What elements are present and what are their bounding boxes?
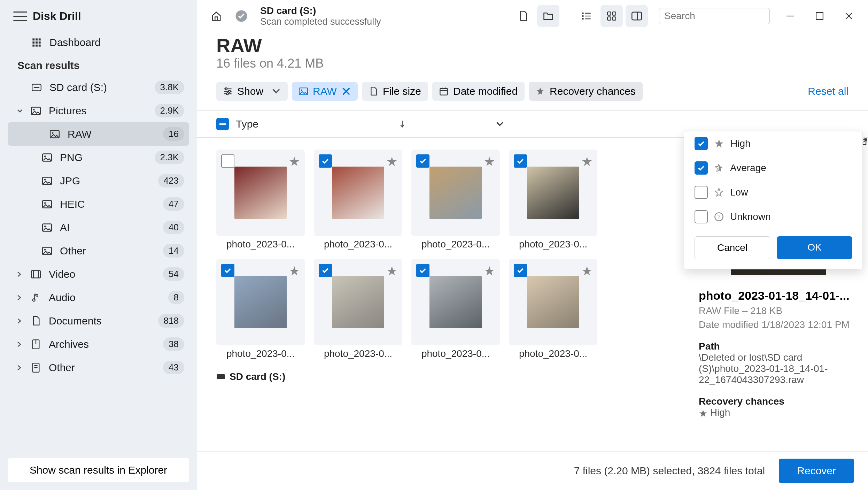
music-icon — [31, 292, 41, 303]
file-checkbox[interactable] — [416, 154, 429, 168]
close-button[interactable] — [838, 6, 860, 26]
popover-option-high[interactable]: ★ High — [684, 131, 862, 156]
file-thumbnail[interactable]: ★ photo_2023-0... — [314, 150, 402, 250]
svg-point-58 — [226, 93, 228, 95]
sort-arrow-icon[interactable] — [399, 120, 405, 128]
image-icon — [42, 222, 52, 233]
chevron-right-icon[interactable] — [17, 271, 23, 277]
count-badge: 47 — [163, 197, 184, 211]
recover-button[interactable]: Recover — [779, 459, 854, 483]
popover-option-unknown[interactable]: ? Unknown — [684, 205, 862, 229]
show-filter[interactable]: Show — [216, 82, 288, 101]
file-thumbnail[interactable]: ★ photo_2023-0... — [411, 259, 500, 359]
nav-audio[interactable]: Audio 8 — [0, 286, 197, 309]
group-header[interactable]: SD card (S:) — [216, 368, 665, 382]
file-size-filter[interactable]: File size — [362, 82, 428, 101]
chip-label: Show — [237, 85, 263, 97]
sidebar-item-png[interactable]: PNG 2.3K — [0, 146, 197, 169]
cancel-button[interactable]: Cancel — [695, 236, 770, 259]
sidebar-item-raw[interactable]: RAW 16 — [8, 122, 189, 146]
master-checkbox[interactable] — [216, 118, 229, 130]
nav-dashboard[interactable]: Dashboard — [0, 32, 197, 53]
recovery-filter[interactable]: Recovery chances — [529, 82, 643, 101]
chevron-down-icon[interactable] — [17, 108, 23, 114]
grid-view-button[interactable] — [600, 5, 623, 27]
nav-documents[interactable]: Documents 818 — [0, 309, 197, 332]
file-view-button[interactable] — [512, 5, 534, 27]
group-label: SD card (S:) — [230, 371, 285, 382]
svg-rect-2 — [39, 38, 41, 40]
file-checkbox[interactable] — [221, 154, 234, 168]
file-checkbox[interactable] — [416, 264, 429, 277]
nav-other[interactable]: Other 43 — [0, 356, 197, 379]
search-box[interactable] — [659, 8, 770, 24]
file-checkbox[interactable] — [319, 154, 332, 168]
drive-title: SD card (S:) — [260, 5, 381, 16]
checkbox-high[interactable] — [695, 137, 708, 150]
nav-archives[interactable]: Archives 38 — [0, 332, 197, 356]
file-thumbnail[interactable]: ★ photo_2023-0... — [216, 259, 305, 359]
file-thumbnail[interactable]: ★ photo_2023-0... — [411, 150, 500, 250]
option-label: Low — [730, 187, 748, 198]
file-checkbox[interactable] — [514, 154, 527, 168]
nav-pictures[interactable]: Pictures 2.9K — [0, 99, 197, 122]
panel-toggle-button[interactable] — [626, 5, 648, 27]
file-checkbox[interactable] — [319, 264, 332, 277]
category-title: RAW — [216, 34, 848, 57]
date-filter[interactable]: Date modified — [432, 82, 525, 101]
nav-label: Video — [49, 268, 75, 280]
svg-rect-6 — [32, 45, 34, 47]
sidebar-item-ai[interactable]: AI 40 — [0, 216, 197, 239]
image-icon — [42, 246, 52, 256]
chevron-right-icon[interactable] — [17, 365, 23, 371]
chevron-right-icon[interactable] — [17, 294, 23, 301]
chevron-down-icon[interactable] — [496, 121, 504, 127]
section-label: Scan results — [0, 53, 197, 76]
popover-option-average[interactable]: Average — [684, 156, 862, 180]
file-checkbox[interactable] — [514, 264, 527, 277]
nav-label: Other — [49, 362, 75, 374]
sidebar-item-other[interactable]: Other 14 — [0, 239, 197, 262]
sort-column-type[interactable]: Type — [236, 118, 258, 130]
file-thumbnail[interactable]: ★ photo_2023-0... — [509, 259, 597, 359]
close-icon[interactable] — [342, 87, 351, 96]
svg-rect-50 — [816, 13, 823, 20]
path-value: \Deleted or lost\SD card (S)\photo_2023-… — [699, 352, 858, 385]
window-controls — [780, 6, 860, 26]
list-view-button[interactable] — [575, 5, 598, 27]
folder-view-button[interactable] — [537, 5, 559, 27]
checkbox-low[interactable] — [695, 186, 708, 199]
type-filter-active[interactable]: RAW — [292, 82, 358, 101]
calendar-icon — [439, 87, 448, 96]
file-type-size: RAW File – 218 KB — [699, 305, 858, 316]
show-in-explorer-button[interactable]: Show scan results in Explorer — [8, 458, 189, 482]
sd-card-icon — [216, 374, 225, 380]
count-badge: 423 — [158, 174, 184, 187]
file-thumbnail[interactable]: ★ photo_2023-0... — [509, 150, 597, 250]
chevron-right-icon[interactable] — [17, 341, 23, 347]
minimize-button[interactable] — [780, 6, 801, 26]
home-button[interactable] — [205, 5, 227, 27]
sidebar-item-jpg[interactable]: JPG 423 — [0, 169, 197, 192]
checkbox-average[interactable] — [695, 161, 708, 175]
sidebar-item-heic[interactable]: HEIC 47 — [0, 192, 197, 216]
svg-point-54 — [225, 88, 227, 90]
menu-icon[interactable] — [13, 12, 27, 21]
file-thumbnail[interactable]: ★ photo_2023-0... — [216, 150, 305, 250]
nav-drive[interactable]: SD card (S:) 3.8K — [0, 76, 197, 99]
maximize-button[interactable] — [809, 6, 830, 26]
image-icon — [49, 129, 60, 139]
file-icon — [369, 87, 378, 96]
chevron-right-icon[interactable] — [17, 318, 23, 324]
file-thumbnail[interactable]: ★ photo_2023-0... — [314, 259, 402, 359]
popover-option-low[interactable]: Low — [684, 180, 862, 205]
reset-filters-link[interactable]: Reset all — [808, 85, 848, 97]
file-checkbox[interactable] — [221, 264, 234, 277]
count-badge: 38 — [163, 337, 184, 351]
nav-label: AI — [60, 222, 70, 233]
archive-icon — [31, 339, 41, 350]
ok-button[interactable]: OK — [777, 236, 852, 259]
checkbox-unknown[interactable] — [695, 210, 708, 223]
nav-video[interactable]: Video 54 — [0, 262, 197, 286]
search-input[interactable] — [664, 10, 789, 22]
